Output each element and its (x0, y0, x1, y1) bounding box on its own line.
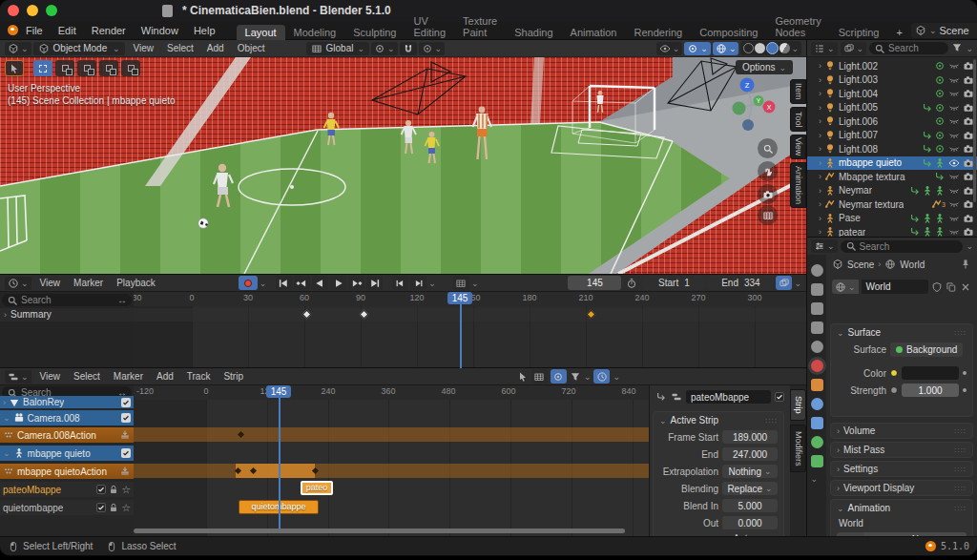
select-mode-extend[interactable] (55, 60, 74, 76)
workspace-tab[interactable]: Texture Paint (454, 13, 506, 40)
track-name[interactable]: quietombappe (3, 503, 63, 513)
expand-chevron-icon[interactable]: › (819, 89, 821, 98)
property-value-field[interactable]: 0.000 (722, 516, 778, 529)
nla-track[interactable]: mbappe quietoAction (0, 464, 134, 479)
track-enable-checkbox[interactable] (121, 413, 131, 423)
breadcrumb-world[interactable]: World (900, 259, 925, 270)
nla-playhead-badge[interactable]: 145 (266, 385, 291, 398)
nla-menu-item[interactable]: Add (150, 371, 180, 382)
shading-rendered-button[interactable] (780, 43, 790, 53)
action-band[interactable] (236, 464, 315, 478)
timeline-search-input[interactable]: Search↔ (2, 294, 132, 306)
viewport-menu-item[interactable]: View (127, 43, 161, 53)
player[interactable] (473, 107, 492, 159)
properties-tab[interactable] (811, 321, 823, 334)
properties-tab[interactable] (811, 436, 823, 448)
expand-chevron-icon[interactable]: ⌄ (3, 413, 10, 423)
properties-tab[interactable]: ⌄ (811, 474, 823, 484)
object-name[interactable]: Light.007 (839, 130, 878, 140)
strength-slider[interactable]: 1.000 (902, 384, 959, 397)
toggle-ortho-icon[interactable] (758, 205, 778, 225)
summary-row[interactable] (0, 308, 806, 321)
workspace-tab[interactable]: Sculpting (344, 25, 405, 40)
nla-sidebar-tab[interactable]: Strip (790, 389, 806, 421)
hide-viewport-icon[interactable] (948, 60, 960, 72)
nla-menu-item[interactable]: Track (180, 371, 218, 382)
track-name[interactable]: BalonRey (23, 397, 64, 407)
expand-chevron-icon[interactable]: › (819, 75, 821, 85)
cursor-tool-icon[interactable] (517, 371, 529, 383)
properties-tab[interactable] (811, 398, 823, 410)
menu-item[interactable]: Help (186, 25, 223, 36)
player[interactable] (426, 132, 440, 163)
expand-chevron-icon[interactable]: › (819, 172, 821, 181)
expand-chevron-icon[interactable]: › (819, 158, 821, 168)
workspace-tab[interactable]: Layout (237, 25, 285, 40)
nla-horizontal-scrollbar[interactable] (134, 529, 625, 533)
outliner-item[interactable]: › Pase (807, 212, 977, 226)
expand-chevron-icon[interactable]: › (819, 116, 821, 126)
track-enable-checkbox[interactable] (121, 448, 131, 458)
object-name[interactable]: Light.002 (839, 61, 878, 72)
filter-icon[interactable] (570, 371, 581, 383)
workspace-tab[interactable]: Modeling (285, 25, 345, 40)
nla-track[interactable]: ⌄ Camera.008 (0, 410, 134, 425)
select-mode-invert[interactable] (99, 60, 118, 76)
visibility-dropdown[interactable]: ⌄ (656, 42, 683, 55)
shading-wireframe-button[interactable] (743, 43, 754, 53)
orientation-dropdown[interactable]: Global⌄ (306, 42, 369, 55)
previous-keyframe-button[interactable] (294, 276, 310, 290)
viewport-menu-item[interactable]: Select (160, 43, 200, 53)
object-name[interactable]: Light.008 (839, 144, 878, 155)
timeline-menu-item[interactable]: Marker (67, 278, 110, 288)
outliner-item[interactable]: › Light.007 (807, 129, 977, 143)
unlink-icon[interactable] (960, 281, 971, 293)
workspace-tab[interactable]: Shading (506, 25, 561, 40)
object-name[interactable]: Light.005 (839, 102, 878, 113)
nla-track[interactable]: pateoMbappe ☆ (0, 482, 134, 497)
outliner-item[interactable]: › Light.003 (807, 73, 977, 88)
gizmos-dropdown[interactable]: ⌄ (684, 42, 711, 55)
animate-dot-icon[interactable] (963, 371, 967, 375)
object-name[interactable]: mbappe quieto (839, 157, 902, 168)
nla-track[interactable]: Camera.008Action (0, 427, 134, 443)
expand-chevron-icon[interactable]: › (3, 398, 6, 407)
viewport-menu-item[interactable]: Object (231, 43, 272, 53)
close-window-button[interactable] (8, 5, 19, 16)
surface-panel-header[interactable]: ⌄Surface:::: (831, 324, 972, 341)
workspace-tab[interactable]: UV Editing (405, 13, 454, 40)
snap-markers-button[interactable] (531, 369, 548, 384)
collapsed-panel[interactable]: ›Volume:::: (830, 423, 973, 439)
editor-type-button[interactable]: ⌄ (5, 42, 31, 55)
move-view-icon[interactable] (758, 161, 778, 181)
auto-keying-button[interactable] (239, 276, 258, 290)
color-socket-icon[interactable] (890, 369, 898, 377)
action-band[interactable] (134, 427, 649, 442)
workspace-tab[interactable]: + (887, 25, 910, 40)
timeline-menu-item[interactable]: View (33, 278, 68, 288)
outliner-item[interactable]: › Light.005 (807, 101, 977, 115)
nla-menu-item[interactable]: View (33, 371, 68, 382)
viewport-sidebar-tab[interactable]: Animation (790, 162, 806, 208)
nla-track[interactable]: quietombappe ☆ (0, 500, 134, 515)
nla-strip[interactable]: pateo (301, 481, 333, 495)
expand-chevron-icon[interactable]: › (819, 144, 821, 154)
properties-tab[interactable] (811, 417, 823, 429)
screen-icon[interactable] (776, 276, 792, 290)
collapsed-panel[interactable]: ›Settings:::: (830, 461, 973, 477)
magnet-snap-toggle[interactable] (400, 42, 417, 55)
next-keyframe-button[interactable] (348, 276, 364, 290)
lock-icon[interactable] (108, 502, 119, 513)
solo-star-icon[interactable]: ☆ (121, 502, 131, 514)
strength-socket-icon[interactable] (890, 386, 898, 394)
outliner-filter-button[interactable] (951, 40, 963, 57)
previous-frame-button[interactable] (392, 276, 408, 290)
editor-type-button[interactable]: ⌄ (5, 277, 31, 290)
hide-viewport-icon[interactable] (948, 74, 960, 86)
navigation-gizmo[interactable]: Z Y X (733, 78, 776, 132)
menu-item[interactable]: Render (84, 25, 134, 36)
outliner-item[interactable]: › Light.002 (807, 59, 977, 73)
solo-star-icon[interactable]: ☆ (121, 484, 131, 496)
jump-to-end-button[interactable] (366, 276, 383, 290)
disable-render-icon[interactable] (963, 213, 974, 224)
